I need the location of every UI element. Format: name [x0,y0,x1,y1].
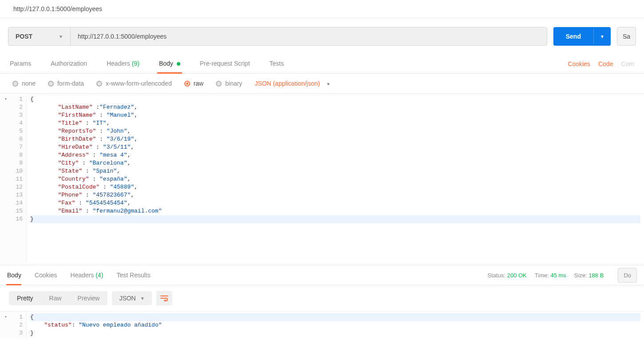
code-link[interactable]: Code [598,60,613,67]
body-type-none[interactable]: none [12,80,36,87]
tab-tests[interactable]: Tests [270,55,294,73]
radio-icon [96,81,102,87]
time-value: 45 ms [550,272,566,279]
chevron-down-icon: ▼ [59,34,63,39]
tab-body-label: Body [159,60,173,67]
response-tab-testresults[interactable]: Test Results [116,265,156,285]
tab-prerequest[interactable]: Pre-request Script [200,55,260,73]
status-value: 200 OK [507,272,527,279]
request-tabs: Params Authorization Headers (9) Body Pr… [0,55,644,74]
wrap-lines-icon[interactable] [156,291,172,306]
body-type-raw[interactable]: raw [184,80,204,87]
body-type-formdata[interactable]: form-data [48,80,84,87]
response-tab-body[interactable]: Body [7,265,28,285]
body-type-row: none form-data x-www-form-urlencoded raw… [0,74,644,94]
editor-code[interactable]: { "LastName" :"Fernadez", "FirstName" : … [27,94,644,262]
response-tab-cookies[interactable]: Cookies [35,265,64,285]
method-select[interactable]: POST ▼ [8,27,70,46]
send-label: Send [553,28,593,45]
content-type-select[interactable]: JSON (application/json) ▼ [254,80,330,87]
radio-icon [12,81,18,87]
method-label: POST [16,33,32,40]
tab-headers-count: (9) [132,60,139,67]
radio-icon [216,81,222,87]
format-label: JSON [119,295,135,302]
modified-dot-icon [177,62,180,66]
response-tab-headers-count: (4) [95,272,103,279]
send-dropdown-icon[interactable]: ▼ [593,29,611,44]
view-pretty[interactable]: Pretty [9,291,41,305]
body-type-binary[interactable]: binary [216,80,242,87]
url-input[interactable]: http://127.0.0.1:5000/employees [70,27,547,46]
tab-body[interactable]: Body [159,55,190,73]
request-title: http://127.0.0.1:5000/employees [0,0,644,18]
comments-link[interactable]: Com [621,60,634,67]
tab-headers[interactable]: Headers (9) [107,55,149,73]
format-select[interactable]: JSON ▼ [112,291,151,305]
send-button[interactable]: Send ▼ [553,27,611,46]
chevron-down-icon: ▼ [140,296,145,301]
download-button[interactable]: Do [618,268,637,283]
cookies-link[interactable]: Cookies [568,60,590,67]
content-type-label: JSON (application/json) [254,80,320,87]
response-tab-headers[interactable]: Headers (4) [71,265,110,285]
view-mode-segment: Pretty Raw Preview [9,291,107,305]
editor-gutter: 12345678910111213141516 [0,94,27,262]
editor-gutter: 123 [0,312,27,339]
response-view-row: Pretty Raw Preview JSON ▼ [0,285,644,311]
radio-icon [48,81,54,87]
request-body-editor[interactable]: 12345678910111213141516 { "LastName" :"F… [0,94,644,262]
view-raw[interactable]: Raw [41,291,70,305]
tab-params[interactable]: Params [10,55,41,73]
radio-icon [184,81,190,87]
tab-headers-label: Headers [107,60,130,67]
editor-code: { "status": "Nuevo empleado añadido"} [27,312,644,339]
response-tab-headers-label: Headers [71,272,94,279]
body-type-urlencoded[interactable]: x-www-form-urlencoded [96,80,172,87]
request-bar: POST ▼ http://127.0.0.1:5000/employees S… [0,18,644,55]
chevron-down-icon: ▼ [326,82,330,87]
response-status-area: Status: 200 OK Time: 45 ms Size: 188 B D… [488,268,637,283]
save-button[interactable]: Sa [617,27,636,46]
size-value: 188 B [588,272,604,279]
response-body-editor[interactable]: 123 { "status": "Nuevo empleado añadido"… [0,311,644,339]
tab-authorization[interactable]: Authorization [51,55,97,73]
view-preview[interactable]: Preview [70,291,108,305]
response-tabs: Body Cookies Headers (4) Test Results St… [0,265,644,285]
